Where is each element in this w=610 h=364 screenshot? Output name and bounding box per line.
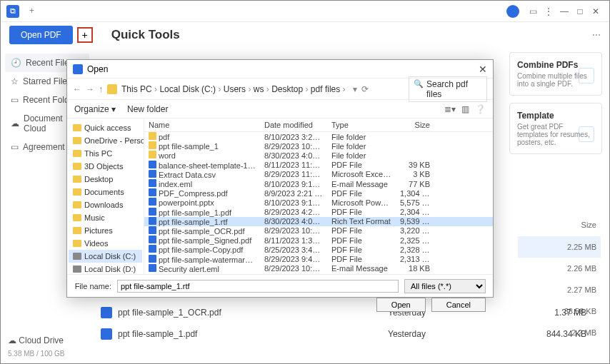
filename-label: File name: (74, 282, 111, 290)
file-row[interactable]: powerpoint.pptx8/10/2023 9:13 AMMicrosof… (144, 198, 493, 207)
tree-item[interactable]: Quick access (69, 121, 142, 134)
template-card[interactable]: Template Get great PDF templates for res… (509, 103, 602, 154)
tree-item[interactable]: Pictures (69, 224, 142, 237)
search-input[interactable]: 🔍 Search pdf files (409, 76, 487, 102)
new-tab-icon[interactable]: + (29, 6, 41, 17)
folder-icon (107, 84, 117, 94)
file-row[interactable]: pdf8/10/2023 3:25 PMFile folder (144, 132, 493, 141)
storage-usage: 5.38 MB / 100 GB (8, 350, 86, 358)
tree-item[interactable]: Downloads (69, 198, 142, 211)
back-icon[interactable]: ← (73, 84, 81, 94)
column-headers[interactable]: Name Date modified Type Size (144, 118, 493, 132)
organize-menu[interactable]: Organize ▾ (74, 104, 116, 114)
file-row[interactable]: balance-sheet-template-1.pdf8/11/2023 11… (144, 161, 493, 170)
app-logo: ⧉ (6, 5, 19, 18)
cancel-button[interactable]: Cancel (431, 298, 486, 312)
new-folder-button[interactable]: New folder (127, 104, 168, 114)
maximize-button[interactable]: □ (572, 6, 588, 16)
page-title: Quick Tools (111, 28, 180, 42)
add-button[interactable]: + (77, 27, 93, 43)
tree-item[interactable]: 3D Objects (69, 160, 142, 173)
list-item[interactable]: 2.27 MB (518, 279, 596, 300)
dialog-close-icon[interactable]: ✕ (479, 64, 487, 75)
view-icon[interactable]: ≣▾ (444, 104, 456, 114)
chat-icon[interactable]: ▭ (525, 6, 541, 16)
file-row[interactable]: Extract Data.csv8/29/2023 11:41 AMMicros… (144, 170, 493, 179)
file-row[interactable]: ppt file-sample_1.rtf8/30/2023 4:03 PMRi… (144, 217, 493, 226)
open-pdf-button[interactable]: Open PDF (9, 26, 73, 44)
file-row[interactable]: ppt file-sample_1.pdf8/29/2023 4:23 PMPD… (144, 208, 493, 217)
refresh-icon[interactable]: ⟳ (361, 84, 369, 94)
list-item[interactable]: 2.25 MB (518, 236, 601, 258)
minimize-button[interactable]: — (556, 6, 572, 16)
file-row[interactable]: ppt file-sample_Signed.pdf8/11/2023 1:36… (144, 236, 493, 245)
dialog-logo (73, 64, 83, 74)
dialog-title: Open (87, 64, 108, 74)
help-icon[interactable]: ❔ (475, 104, 486, 114)
cloud-drive-link[interactable]: ☁ Cloud Drive (8, 335, 86, 345)
tree-item[interactable]: Local Disk (D:) (69, 263, 142, 274)
tree-item[interactable]: Desktop (69, 173, 142, 186)
file-row[interactable]: ppt file-sample-watermark.pdf8/29/2023 9… (144, 254, 493, 263)
up-icon[interactable]: ↑ (99, 84, 103, 94)
close-button[interactable]: ✕ (588, 6, 604, 16)
tree-item[interactable]: Music (69, 211, 142, 224)
tree-item[interactable]: OneDrive - Personal (69, 134, 142, 147)
tree-item[interactable]: Videos (69, 237, 142, 250)
filename-input[interactable] (117, 280, 399, 293)
open-dialog: Open ✕ ← → ↑ This PC › Local Disk (C:) ›… (66, 59, 494, 298)
tree-item[interactable]: Documents (69, 186, 142, 198)
tree-item[interactable]: Local Disk (C:) (69, 250, 142, 263)
tree-item[interactable]: This PC (69, 147, 142, 160)
file-row[interactable]: index.eml8/10/2023 9:13 AME-mail Message… (144, 179, 493, 188)
file-row[interactable]: ppt file-sample_18/29/2023 10:14 AMFile … (144, 141, 493, 151)
menu-icon[interactable]: ⋮ (541, 6, 556, 16)
list-item[interactable]: 2.26 MB (518, 258, 596, 279)
open-button[interactable]: Open (376, 298, 426, 312)
dialog-sidebar: Quick accessOneDrive - PersonalThis PC3D… (67, 118, 144, 274)
more-icon[interactable]: ⋯ (592, 30, 601, 40)
forward-icon[interactable]: → (86, 84, 94, 94)
avatar[interactable] (506, 5, 519, 18)
file-row[interactable]: Security alert.eml8/29/2023 10:20 AME-ma… (144, 264, 493, 273)
file-row[interactable]: word8/30/2023 4:03 PMFile folder (144, 151, 493, 160)
combine-card[interactable]: Combine PDFs Combine multiple files into… (509, 52, 602, 96)
filter-select[interactable]: All files (*.*) (404, 279, 486, 293)
breadcrumb[interactable]: ← → ↑ This PC › Local Disk (C:) › Users … (67, 79, 493, 100)
size-column: Size (532, 221, 596, 229)
file-row[interactable]: PDF_Compress.pdf8/9/2023 2:21 PMPDF File… (144, 188, 493, 198)
recent-file-row[interactable]: ppt file-sample_1.pdfYesterday844.34 KB (101, 323, 586, 345)
file-row[interactable]: ppt file-sample-Copy.pdf8/25/2023 3:49 P… (144, 245, 493, 254)
file-row[interactable]: ppt file-sample_OCR.pdf8/29/2023 10:48 A… (144, 226, 493, 236)
preview-icon[interactable]: ▥ (461, 104, 469, 114)
